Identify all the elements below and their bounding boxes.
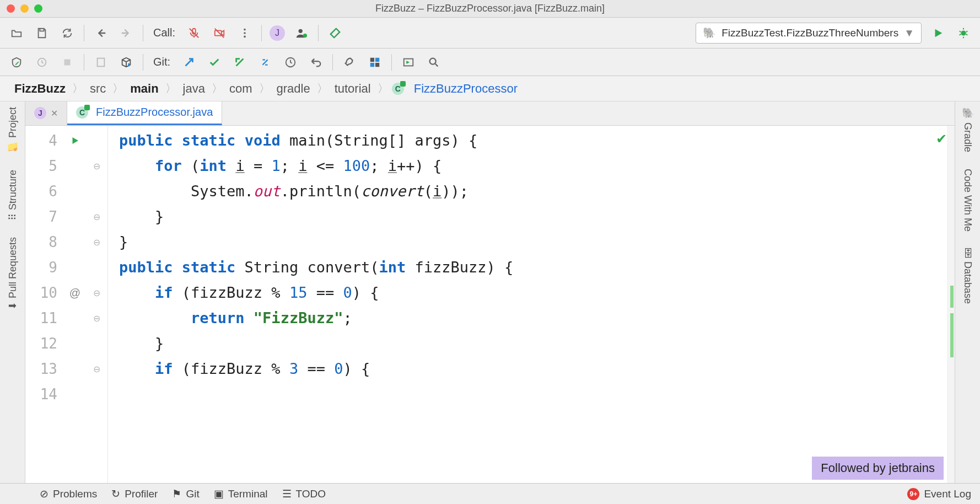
secondary-toolbar: Git: bbox=[0, 49, 980, 76]
svg-point-3 bbox=[244, 32, 246, 34]
history-icon[interactable] bbox=[282, 53, 299, 71]
breadcrumb-item[interactable]: tutorial bbox=[331, 81, 374, 97]
svg-rect-13 bbox=[375, 57, 379, 61]
svg-point-2 bbox=[244, 28, 246, 30]
attach-icon[interactable] bbox=[92, 53, 110, 71]
gradle-tool-button[interactable]: 🐘 Gradle bbox=[962, 107, 974, 152]
rollback-icon[interactable] bbox=[307, 53, 325, 71]
profile-icon[interactable] bbox=[33, 53, 51, 71]
git-tool-button[interactable]: ⚑ Git bbox=[172, 487, 199, 500]
breadcrumb-item[interactable]: gradle bbox=[273, 81, 314, 97]
svg-rect-12 bbox=[370, 57, 374, 61]
git-fetch-icon[interactable] bbox=[256, 53, 274, 71]
more-icon[interactable] bbox=[236, 24, 254, 42]
run-anything-icon[interactable] bbox=[400, 53, 417, 71]
svg-rect-14 bbox=[370, 62, 374, 66]
breadcrumb-item[interactable]: main bbox=[127, 81, 161, 97]
right-tool-gutter: 🐘 Gradle Code With Me 🗄 Database bbox=[955, 101, 980, 483]
settings-icon[interactable] bbox=[341, 53, 358, 71]
git-label: Git: bbox=[153, 56, 170, 68]
sync-icon[interactable] bbox=[58, 24, 76, 42]
call-label: Call: bbox=[153, 26, 175, 39]
stop-icon[interactable] bbox=[58, 53, 76, 71]
codewithme-tool-button[interactable]: Code With Me bbox=[962, 169, 973, 232]
svg-point-4 bbox=[244, 35, 246, 37]
package-icon[interactable] bbox=[117, 53, 135, 71]
class-icon: C bbox=[76, 106, 88, 119]
run-coverage-icon[interactable] bbox=[8, 53, 25, 71]
project-structure-icon[interactable] bbox=[366, 53, 384, 71]
git-push-icon[interactable] bbox=[231, 53, 249, 71]
code-content[interactable]: public static void main(String[] args) {… bbox=[108, 126, 955, 483]
followed-badge[interactable]: Followed by jetbrains bbox=[812, 457, 944, 480]
back-icon[interactable] bbox=[92, 24, 110, 42]
breadcrumb-item[interactable]: FizzBuzzProcessor bbox=[411, 81, 521, 97]
close-window-icon[interactable] bbox=[7, 4, 15, 13]
status-bar: ⊘ Problems ↻ Profiler ⚑ Git ▣ Terminal ☰… bbox=[0, 483, 980, 504]
search-icon[interactable] bbox=[425, 53, 443, 71]
main-toolbar: Call: J 🐘 FizzBuzzTest.FizzBuzzThreeNumb… bbox=[0, 18, 980, 49]
editor-tab[interactable]: C FizzBuzzProcessor.java bbox=[67, 101, 222, 125]
svg-point-7 bbox=[961, 30, 966, 35]
event-log-button[interactable]: 9+ Event Log bbox=[907, 488, 971, 500]
add-user-icon[interactable] bbox=[293, 24, 310, 42]
camera-off-icon[interactable] bbox=[211, 24, 228, 42]
java-file-icon: J bbox=[34, 107, 46, 119]
breadcrumb: FizzBuzz〉 src〉 main〉 java〉 com〉 gradle〉 … bbox=[0, 76, 980, 101]
chevron-down-icon: ▼ bbox=[904, 27, 914, 39]
git-commit-icon[interactable] bbox=[206, 53, 223, 71]
forward-icon[interactable] bbox=[117, 24, 135, 42]
svg-rect-15 bbox=[375, 62, 379, 66]
mic-muted-icon[interactable] bbox=[185, 24, 203, 42]
open-icon[interactable] bbox=[8, 24, 25, 42]
save-icon[interactable] bbox=[33, 24, 51, 42]
structure-tool-button[interactable]: ⠿ Structure bbox=[7, 170, 19, 221]
titlebar: FizzBuzz – FizzBuzzProcessor.java [FizzB… bbox=[0, 0, 980, 18]
svg-rect-10 bbox=[98, 58, 105, 66]
gradle-icon: 🐘 bbox=[703, 26, 716, 39]
git-pull-icon[interactable] bbox=[180, 53, 198, 71]
notification-badge: 9+ bbox=[907, 488, 919, 500]
run-config-dropdown[interactable]: 🐘 FizzBuzzTest.FizzBuzzThreeNumbers ▼ bbox=[696, 23, 922, 44]
left-tool-gutter: 📁 Project ⠿ Structure ⬇ Pull Requests bbox=[0, 101, 25, 483]
breadcrumb-item[interactable]: FizzBuzz bbox=[11, 81, 69, 97]
line-numbers: 4567891011121314 bbox=[25, 126, 64, 483]
project-tool-button[interactable]: 📁 Project bbox=[7, 107, 19, 153]
problems-tool-button[interactable]: ⊘ Problems bbox=[40, 487, 97, 500]
database-tool-button[interactable]: 🗄 Database bbox=[962, 248, 973, 304]
run-button[interactable] bbox=[929, 24, 947, 42]
class-icon: C bbox=[392, 83, 404, 95]
breadcrumb-item[interactable]: src bbox=[87, 81, 109, 97]
pull-requests-tool-button[interactable]: ⬇ Pull Requests bbox=[7, 237, 19, 310]
user-avatar[interactable]: J bbox=[270, 25, 285, 41]
code-editor[interactable]: 4567891011121314 @ ⊖⊖⊖⊖⊖⊖ public static … bbox=[25, 126, 955, 483]
tab-label: FizzBuzzProcessor.java bbox=[96, 106, 213, 119]
breadcrumb-item[interactable]: java bbox=[180, 81, 208, 97]
editor-area: J ✕ C FizzBuzzProcessor.java 45678910111… bbox=[25, 101, 955, 483]
run-config-label: FizzBuzzTest.FizzBuzzThreeNumbers bbox=[721, 27, 898, 39]
breadcrumb-item[interactable]: com bbox=[226, 81, 256, 97]
fold-gutter: ⊖⊖⊖⊖⊖⊖ bbox=[86, 126, 108, 483]
todo-tool-button[interactable]: ☰ TODO bbox=[282, 487, 326, 500]
maximize-window-icon[interactable] bbox=[34, 4, 42, 13]
svg-point-5 bbox=[299, 29, 303, 33]
svg-point-6 bbox=[303, 33, 307, 37]
debug-button[interactable] bbox=[955, 24, 972, 42]
svg-rect-9 bbox=[64, 59, 71, 65]
inspection-ok-icon[interactable]: ✔ bbox=[936, 131, 947, 147]
build-icon[interactable] bbox=[326, 24, 344, 42]
close-tab-icon[interactable]: ✕ bbox=[51, 108, 58, 119]
svg-point-17 bbox=[430, 58, 436, 64]
profiler-tool-button[interactable]: ↻ Profiler bbox=[111, 487, 158, 500]
window-title: FizzBuzz – FizzBuzzProcessor.java [FizzB… bbox=[375, 3, 605, 14]
run-gutter: @ bbox=[64, 126, 86, 483]
terminal-tool-button[interactable]: ▣ Terminal bbox=[214, 487, 268, 500]
error-stripe[interactable] bbox=[947, 126, 955, 483]
editor-tabs: J ✕ C FizzBuzzProcessor.java bbox=[25, 101, 955, 126]
minimize-window-icon[interactable] bbox=[20, 4, 29, 13]
editor-tab[interactable]: J ✕ bbox=[25, 101, 67, 125]
